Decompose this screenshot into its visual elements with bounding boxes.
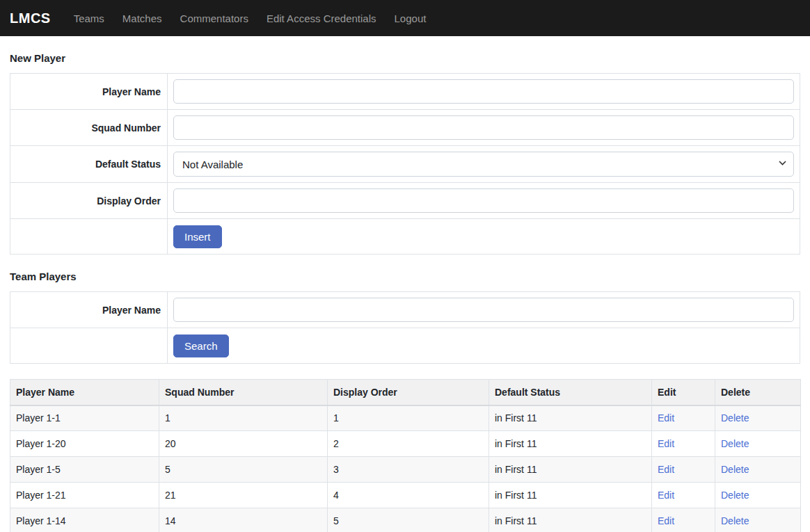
search-row-player-name: Player Name <box>10 292 800 328</box>
header-player-name: Player Name <box>10 380 159 405</box>
cell-default-status: in First 11 <box>489 483 652 508</box>
edit-link[interactable]: Edit <box>658 412 674 424</box>
cell-display-order: 2 <box>328 431 489 457</box>
display-order-label: Display Order <box>10 183 168 219</box>
header-default-status: Default Status <box>489 380 652 405</box>
edit-link[interactable]: Edit <box>658 515 674 526</box>
display-order-cell <box>168 183 800 219</box>
nav-item-commentators[interactable]: Commentators <box>171 7 257 30</box>
nav-menu: Teams Matches Commentators Edit Access C… <box>65 7 436 30</box>
new-player-name-input[interactable] <box>173 79 794 104</box>
insert-button[interactable]: Insert <box>173 225 222 248</box>
table-row: Player 1-20 20 2 in First 11 Edit Delete <box>10 431 801 457</box>
navbar: LMCS Teams Matches Commentators Edit Acc… <box>0 0 810 36</box>
nav-item-edit-access-credentials[interactable]: Edit Access Credentials <box>257 7 386 30</box>
nav-item-logout[interactable]: Logout <box>386 7 436 30</box>
table-header-row: Player Name Squad Number Display Order D… <box>10 380 801 405</box>
display-order-input[interactable] <box>173 188 794 213</box>
search-player-name-label: Player Name <box>10 292 168 328</box>
table-row: Player 1-14 14 5 in First 11 Edit Delete <box>10 508 801 532</box>
cell-default-status: in First 11 <box>489 508 652 532</box>
cell-display-order: 5 <box>328 508 489 532</box>
cell-player-name: Player 1-5 <box>10 457 159 483</box>
search-row-button: Search <box>10 328 800 364</box>
form-row-player-name: Player Name <box>10 74 800 110</box>
delete-link[interactable]: Delete <box>721 515 749 526</box>
default-status-select[interactable]: Not Available <box>173 152 794 177</box>
search-player-name-input[interactable] <box>173 298 794 322</box>
cell-squad-number: 1 <box>159 405 328 431</box>
delete-link[interactable]: Delete <box>721 464 749 475</box>
cell-player-name: Player 1-14 <box>10 508 159 532</box>
header-delete: Delete <box>715 380 801 405</box>
search-button[interactable]: Search <box>173 334 229 357</box>
empty-cell <box>10 328 168 364</box>
cell-squad-number: 21 <box>159 483 328 508</box>
insert-cell: Insert <box>168 219 800 255</box>
edit-link[interactable]: Edit <box>658 438 674 449</box>
empty-cell <box>10 219 168 255</box>
player-name-label: Player Name <box>10 74 168 110</box>
header-edit: Edit <box>652 380 715 405</box>
table-row: Player 1-5 5 3 in First 11 Edit Delete <box>10 457 801 483</box>
cell-squad-number: 5 <box>159 457 328 483</box>
form-row-display-order: Display Order <box>10 183 800 219</box>
cell-display-order: 3 <box>328 457 489 483</box>
header-squad-number: Squad Number <box>159 380 328 405</box>
header-display-order: Display Order <box>328 380 489 405</box>
nav-item-matches[interactable]: Matches <box>113 7 171 30</box>
cell-default-status: in First 11 <box>489 457 652 483</box>
cell-display-order: 4 <box>328 483 489 508</box>
brand-logo[interactable]: LMCS <box>10 10 51 26</box>
cell-display-order: 1 <box>328 405 489 431</box>
team-players-search-form: Player Name Search <box>10 291 800 364</box>
players-table: Player Name Squad Number Display Order D… <box>10 379 801 532</box>
cell-player-name: Player 1-20 <box>10 431 159 457</box>
form-row-insert: Insert <box>10 219 800 255</box>
cell-squad-number: 20 <box>159 431 328 457</box>
search-button-cell: Search <box>168 328 800 364</box>
form-row-squad-number: Squad Number <box>10 110 800 146</box>
cell-squad-number: 14 <box>159 508 328 532</box>
squad-number-cell <box>168 110 800 146</box>
cell-default-status: in First 11 <box>489 405 652 431</box>
delete-link[interactable]: Delete <box>721 438 749 449</box>
page-content: New Player Player Name Squad Number Defa… <box>0 52 810 532</box>
cell-default-status: in First 11 <box>489 431 652 457</box>
table-row: Player 1-1 1 1 in First 11 Edit Delete <box>10 405 801 431</box>
delete-link[interactable]: Delete <box>721 490 749 501</box>
team-players-heading: Team Players <box>10 271 800 282</box>
nav-item-teams[interactable]: Teams <box>65 7 113 30</box>
search-player-name-cell <box>168 292 800 328</box>
edit-link[interactable]: Edit <box>658 464 674 475</box>
cell-player-name: Player 1-1 <box>10 405 159 431</box>
delete-link[interactable]: Delete <box>721 412 749 424</box>
new-player-form: Player Name Squad Number Default Status … <box>10 73 800 255</box>
edit-link[interactable]: Edit <box>658 490 674 501</box>
table-row: Player 1-21 21 4 in First 11 Edit Delete <box>10 483 801 508</box>
new-player-heading: New Player <box>10 52 800 64</box>
default-status-cell: Not Available <box>168 146 800 183</box>
default-status-label: Default Status <box>10 146 168 183</box>
form-row-default-status: Default Status Not Available <box>10 146 800 183</box>
cell-player-name: Player 1-21 <box>10 483 159 508</box>
player-name-cell <box>168 74 800 110</box>
squad-number-input[interactable] <box>173 115 794 140</box>
squad-number-label: Squad Number <box>10 110 168 146</box>
players-table-section: Player Name Squad Number Display Order D… <box>10 379 800 532</box>
